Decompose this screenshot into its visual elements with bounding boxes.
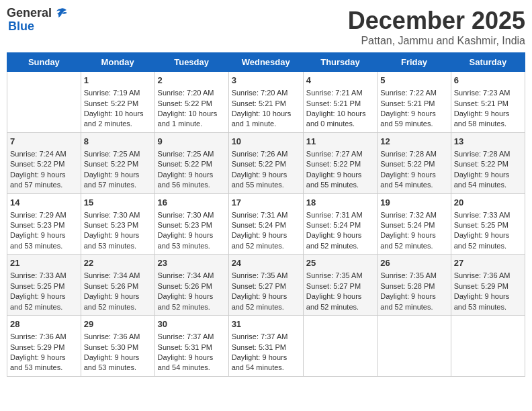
- sunrise-text: Sunrise: 7:27 AM: [306, 150, 363, 158]
- sunset-text: Sunset: 5:22 PM: [232, 160, 286, 168]
- sunrise-text: Sunrise: 7:31 AM: [232, 211, 288, 219]
- day-number: 22: [84, 257, 152, 269]
- cell-content: 11Sunrise: 7:27 AMSunset: 5:22 PMDayligh…: [306, 136, 374, 191]
- sunrise-text: Sunrise: 7:36 AM: [454, 271, 511, 279]
- sunset-text: Sunset: 5:29 PM: [10, 343, 64, 351]
- calendar-week-row: 14Sunrise: 7:29 AMSunset: 5:23 PMDayligh…: [7, 193, 525, 255]
- sunrise-text: Sunrise: 7:28 AM: [454, 150, 511, 158]
- daylight-text: Daylight: 9 hours and 56 minutes.: [158, 171, 214, 189]
- sunset-text: Sunset: 5:23 PM: [84, 221, 138, 229]
- sunset-text: Sunset: 5:24 PM: [380, 221, 435, 229]
- day-number: 11: [306, 136, 374, 148]
- day-number: 2: [158, 75, 226, 87]
- daylight-text: Daylight: 10 hours and 1 minute.: [232, 109, 292, 128]
- sunrise-text: Sunrise: 7:36 AM: [10, 332, 66, 340]
- day-number: 8: [84, 136, 152, 148]
- sunset-text: Sunset: 5:21 PM: [306, 99, 361, 107]
- cell-content: 30Sunrise: 7:37 AMSunset: 5:31 PMDayligh…: [158, 318, 226, 373]
- sunrise-text: Sunrise: 7:29 AM: [10, 211, 66, 219]
- sunrise-text: Sunrise: 7:30 AM: [158, 211, 214, 219]
- calendar-cell: 12Sunrise: 7:28 AMSunset: 5:22 PMDayligh…: [378, 132, 451, 193]
- day-number: 4: [306, 75, 374, 87]
- sunrise-text: Sunrise: 7:25 AM: [158, 150, 214, 158]
- sunset-text: Sunset: 5:21 PM: [232, 99, 286, 107]
- sunset-text: Sunset: 5:27 PM: [306, 282, 361, 290]
- day-number: 5: [380, 75, 448, 87]
- calendar-cell: 6Sunrise: 7:23 AMSunset: 5:21 PMDaylight…: [451, 72, 525, 133]
- daylight-text: Daylight: 9 hours and 53 minutes.: [10, 231, 66, 249]
- sunset-text: Sunset: 5:22 PM: [306, 160, 361, 168]
- sunrise-text: Sunrise: 7:31 AM: [306, 211, 363, 219]
- cell-content: 17Sunrise: 7:31 AMSunset: 5:24 PMDayligh…: [232, 197, 300, 252]
- cell-content: 31Sunrise: 7:37 AMSunset: 5:31 PMDayligh…: [232, 318, 300, 373]
- calendar-cell: 28Sunrise: 7:36 AMSunset: 5:29 PMDayligh…: [7, 316, 81, 377]
- daylight-text: Daylight: 9 hours and 57 minutes.: [84, 171, 140, 189]
- calendar-cell: 10Sunrise: 7:26 AMSunset: 5:22 PMDayligh…: [228, 132, 303, 193]
- sunset-text: Sunset: 5:25 PM: [10, 282, 64, 290]
- sunrise-text: Sunrise: 7:25 AM: [84, 150, 140, 158]
- calendar-cell: 29Sunrise: 7:36 AMSunset: 5:30 PMDayligh…: [81, 316, 154, 377]
- cell-content: 16Sunrise: 7:30 AMSunset: 5:23 PMDayligh…: [158, 197, 226, 252]
- cell-content: 20Sunrise: 7:33 AMSunset: 5:25 PMDayligh…: [454, 197, 522, 252]
- calendar-cell: 14Sunrise: 7:29 AMSunset: 5:23 PMDayligh…: [7, 193, 81, 255]
- calendar-cell: [378, 316, 451, 377]
- calendar-cell: 22Sunrise: 7:34 AMSunset: 5:26 PMDayligh…: [81, 255, 154, 316]
- sunset-text: Sunset: 5:26 PM: [84, 282, 138, 290]
- daylight-text: Daylight: 9 hours and 58 minutes.: [454, 109, 510, 128]
- sunrise-text: Sunrise: 7:37 AM: [232, 332, 288, 340]
- calendar-cell: 4Sunrise: 7:21 AMSunset: 5:21 PMDaylight…: [303, 72, 377, 133]
- sunset-text: Sunset: 5:29 PM: [454, 282, 508, 290]
- sunrise-text: Sunrise: 7:20 AM: [232, 89, 288, 97]
- daylight-text: Daylight: 9 hours and 53 minutes.: [454, 292, 510, 310]
- sunset-text: Sunset: 5:27 PM: [232, 282, 286, 290]
- cell-content: 28Sunrise: 7:36 AMSunset: 5:29 PMDayligh…: [10, 318, 78, 373]
- calendar-cell: 19Sunrise: 7:32 AMSunset: 5:24 PMDayligh…: [378, 193, 451, 255]
- day-number: 1: [84, 75, 152, 87]
- day-number: 15: [84, 197, 152, 209]
- sunrise-text: Sunrise: 7:23 AM: [454, 89, 511, 97]
- sunset-text: Sunset: 5:22 PM: [454, 160, 508, 168]
- sunset-text: Sunset: 5:31 PM: [232, 343, 286, 351]
- weekday-header-monday: Monday: [81, 53, 154, 72]
- cell-content: 26Sunrise: 7:35 AMSunset: 5:28 PMDayligh…: [380, 257, 448, 312]
- daylight-text: Daylight: 9 hours and 52 minutes.: [10, 292, 66, 310]
- calendar-cell: [7, 72, 81, 133]
- sunset-text: Sunset: 5:24 PM: [232, 221, 286, 229]
- sunset-text: Sunset: 5:22 PM: [84, 160, 138, 168]
- day-number: 3: [232, 75, 300, 87]
- calendar-cell: 8Sunrise: 7:25 AMSunset: 5:22 PMDaylight…: [81, 132, 154, 193]
- sunrise-text: Sunrise: 7:30 AM: [84, 211, 140, 219]
- day-number: 29: [84, 318, 152, 330]
- calendar-table: SundayMondayTuesdayWednesdayThursdayFrid…: [7, 52, 525, 377]
- cell-content: 4Sunrise: 7:21 AMSunset: 5:21 PMDaylight…: [306, 75, 374, 130]
- cell-content: 12Sunrise: 7:28 AMSunset: 5:22 PMDayligh…: [380, 136, 448, 191]
- logo-general: General: [7, 7, 52, 20]
- cell-content: 3Sunrise: 7:20 AMSunset: 5:21 PMDaylight…: [232, 75, 300, 130]
- calendar-cell: 17Sunrise: 7:31 AMSunset: 5:24 PMDayligh…: [228, 193, 303, 255]
- cell-content: 15Sunrise: 7:30 AMSunset: 5:23 PMDayligh…: [84, 197, 152, 252]
- sunset-text: Sunset: 5:22 PM: [84, 99, 138, 107]
- cell-content: 9Sunrise: 7:25 AMSunset: 5:22 PMDaylight…: [158, 136, 226, 191]
- sunrise-text: Sunrise: 7:36 AM: [84, 332, 140, 340]
- sunrise-text: Sunrise: 7:35 AM: [306, 271, 363, 279]
- cell-content: 14Sunrise: 7:29 AMSunset: 5:23 PMDayligh…: [10, 197, 78, 252]
- cell-content: 22Sunrise: 7:34 AMSunset: 5:26 PMDayligh…: [84, 257, 152, 312]
- daylight-text: Daylight: 9 hours and 54 minutes.: [158, 353, 214, 371]
- day-number: 21: [10, 257, 78, 269]
- calendar-week-row: 28Sunrise: 7:36 AMSunset: 5:29 PMDayligh…: [7, 316, 525, 377]
- sunset-text: Sunset: 5:21 PM: [454, 99, 508, 107]
- cell-content: 5Sunrise: 7:22 AMSunset: 5:21 PMDaylight…: [380, 75, 448, 130]
- daylight-text: Daylight: 9 hours and 53 minutes.: [10, 353, 66, 371]
- daylight-text: Daylight: 9 hours and 54 minutes.: [232, 353, 287, 371]
- calendar-cell: 9Sunrise: 7:25 AMSunset: 5:22 PMDaylight…: [154, 132, 228, 193]
- day-number: 20: [454, 197, 522, 209]
- sunrise-text: Sunrise: 7:35 AM: [232, 271, 288, 279]
- sunrise-text: Sunrise: 7:21 AM: [306, 89, 363, 97]
- day-number: 23: [158, 257, 226, 269]
- calendar-cell: 18Sunrise: 7:31 AMSunset: 5:24 PMDayligh…: [303, 193, 377, 255]
- daylight-text: Daylight: 9 hours and 59 minutes.: [380, 109, 436, 128]
- sunrise-text: Sunrise: 7:22 AM: [380, 89, 437, 97]
- cell-content: 29Sunrise: 7:36 AMSunset: 5:30 PMDayligh…: [84, 318, 152, 373]
- day-number: 9: [158, 136, 226, 148]
- calendar-week-row: 1Sunrise: 7:19 AMSunset: 5:22 PMDaylight…: [7, 72, 525, 133]
